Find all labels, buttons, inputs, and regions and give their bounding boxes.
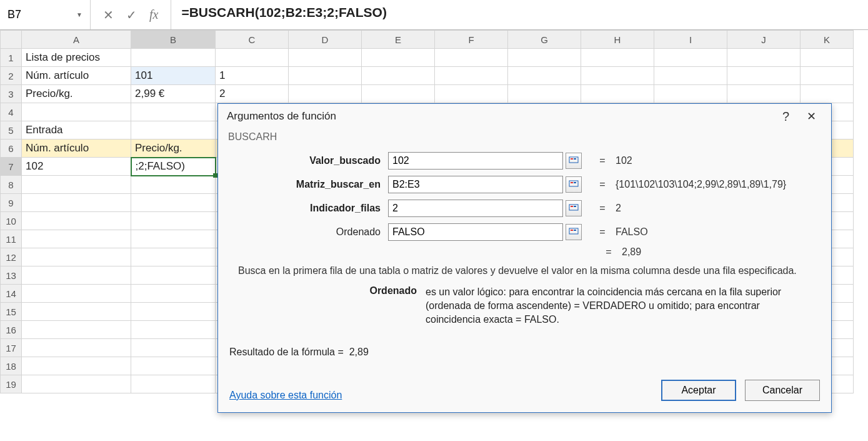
cell[interactable]: Precio/kg. [22, 85, 131, 103]
cell[interactable]: Entrada [22, 121, 131, 139]
row-header-16[interactable]: 16 [1, 321, 22, 339]
col-header-I[interactable]: I [654, 31, 727, 49]
cell[interactable]: 2,99 € [131, 85, 216, 103]
row-header-6[interactable]: 6 [1, 139, 22, 158]
row-header-8[interactable]: 8 [1, 176, 22, 194]
cell[interactable]: 102 [22, 158, 131, 176]
function-name: BUSCARH [218, 129, 831, 146]
row-header-15[interactable]: 15 [1, 303, 22, 321]
arg-input-matriz[interactable] [388, 176, 563, 193]
arg-row: Ordenado = FALSO [237, 220, 812, 244]
cell[interactable]: Precio/kg. [131, 139, 216, 158]
range-selector-icon[interactable] [566, 153, 582, 169]
chevron-down-icon[interactable]: ▼ [76, 11, 82, 18]
equals-sign: = [594, 226, 611, 238]
dialog-title: Argumentos de función [227, 110, 336, 123]
range-selector-icon[interactable] [566, 224, 582, 240]
col-header-H[interactable]: H [581, 31, 654, 49]
arg-label: Indicador_filas [237, 203, 388, 214]
function-arguments-dialog: Argumentos de función ? ✕ BUSCARH Valor_… [217, 103, 832, 413]
name-box[interactable]: ▼ [0, 0, 91, 29]
row-header-13[interactable]: 13 [1, 266, 22, 285]
function-description: Busca en la primera fila de una tabla o … [228, 261, 821, 283]
col-header-G[interactable]: G [508, 31, 581, 49]
arg-label: Ordenado [237, 226, 388, 238]
arg-result: {101\102\103\104;2,99\2,89\1,89\1,79} [616, 179, 812, 190]
close-icon[interactable]: ✕ [801, 109, 822, 123]
row-header-10[interactable]: 10 [1, 212, 22, 230]
row-header-17[interactable]: 17 [1, 339, 22, 357]
col-header-F[interactable]: F [435, 31, 508, 49]
arg-input-ordenado[interactable] [388, 223, 563, 241]
cell[interactable]: Lista de precios [22, 49, 131, 67]
col-header-C[interactable]: C [216, 31, 289, 49]
dialog-footer: Ayuda sobre esta función Aceptar Cancela… [218, 372, 831, 412]
arg-row: Indicador_filas = 2 [237, 196, 812, 220]
accept-icon[interactable]: ✓ [126, 8, 137, 23]
row-header-12[interactable]: 12 [1, 248, 22, 266]
svg-rect-7 [571, 206, 573, 207]
col-header-K[interactable]: K [801, 31, 854, 49]
arg-result: 2 [616, 203, 812, 214]
cell[interactable]: Núm. artículo [22, 139, 131, 158]
select-all-corner[interactable] [1, 31, 22, 49]
col-header-D[interactable]: D [289, 31, 362, 49]
active-cell[interactable]: ;2;FALSO) [131, 158, 216, 176]
row-header-18[interactable]: 18 [1, 357, 22, 375]
svg-rect-8 [574, 206, 576, 207]
cancel-button[interactable]: Cancelar [745, 380, 820, 401]
svg-rect-1 [571, 158, 573, 160]
cell[interactable] [22, 103, 131, 121]
cancel-icon[interactable]: ✕ [103, 8, 114, 23]
row-header-14[interactable]: 14 [1, 285, 22, 303]
arg-input-indicador-filas[interactable] [388, 200, 563, 217]
svg-rect-11 [574, 230, 576, 231]
row-header-1[interactable]: 1 [1, 49, 22, 67]
cell[interactable] [131, 49, 216, 67]
row-header-11[interactable]: 11 [1, 230, 22, 248]
range-selector-icon[interactable] [566, 200, 582, 216]
cell[interactable]: 1 [216, 67, 289, 85]
svg-rect-4 [571, 182, 573, 183]
svg-rect-10 [571, 230, 573, 231]
arg-result: 102 [616, 155, 812, 166]
row-header-19[interactable]: 19 [1, 375, 22, 393]
row-header-7[interactable]: 7 [1, 158, 22, 176]
col-header-J[interactable]: J [727, 31, 801, 49]
param-label: Ordenado [238, 285, 426, 327]
formula-bar: ▼ ✕ ✓ fx =BUSCARH(102;B2:E3;2;FALSO) [0, 0, 868, 30]
formula-input[interactable]: =BUSCARH(102;B2:E3;2;FALSO) [171, 0, 868, 29]
col-header-B[interactable]: B [131, 31, 216, 49]
help-icon[interactable]: ? [771, 109, 801, 124]
svg-rect-5 [574, 182, 576, 183]
row-header-3[interactable]: 3 [1, 85, 22, 103]
param-text: es un valor lógico: para encontrar la co… [426, 285, 811, 327]
row-header-4[interactable]: 4 [1, 103, 22, 121]
svg-rect-9 [569, 228, 578, 234]
col-header-E[interactable]: E [362, 31, 435, 49]
equals-sign: = [601, 246, 617, 258]
row-header-9[interactable]: 9 [1, 194, 22, 212]
dialog-titlebar[interactable]: Argumentos de función ? ✕ [218, 104, 831, 129]
svg-rect-6 [569, 205, 578, 210]
row-header-2[interactable]: 2 [1, 67, 22, 85]
arg-input-valor-buscado[interactable] [388, 152, 563, 170]
cell[interactable]: 2 [216, 85, 289, 103]
range-selector-icon[interactable] [566, 176, 582, 193]
formula-result: Resultado de la fórmula = 2,89 [228, 347, 821, 358]
svg-rect-2 [574, 158, 576, 160]
arguments-panel: Valor_buscado = 102 Matriz_buscar_en = {… [218, 146, 831, 244]
svg-rect-0 [569, 157, 578, 163]
cell[interactable]: Núm. artículo [22, 67, 131, 85]
cell[interactable]: 101 [131, 67, 216, 85]
equals-sign: = [594, 203, 611, 214]
fx-icon[interactable]: fx [149, 8, 158, 22]
name-box-input[interactable] [7, 8, 70, 21]
svg-rect-3 [569, 181, 578, 186]
col-header-A[interactable]: A [22, 31, 131, 49]
help-link[interactable]: Ayuda sobre esta función [229, 390, 342, 401]
equals-sign: = [594, 155, 611, 166]
accept-button[interactable]: Aceptar [661, 380, 736, 401]
row-header-5[interactable]: 5 [1, 121, 22, 139]
arg-row: Valor_buscado = 102 [237, 149, 812, 173]
